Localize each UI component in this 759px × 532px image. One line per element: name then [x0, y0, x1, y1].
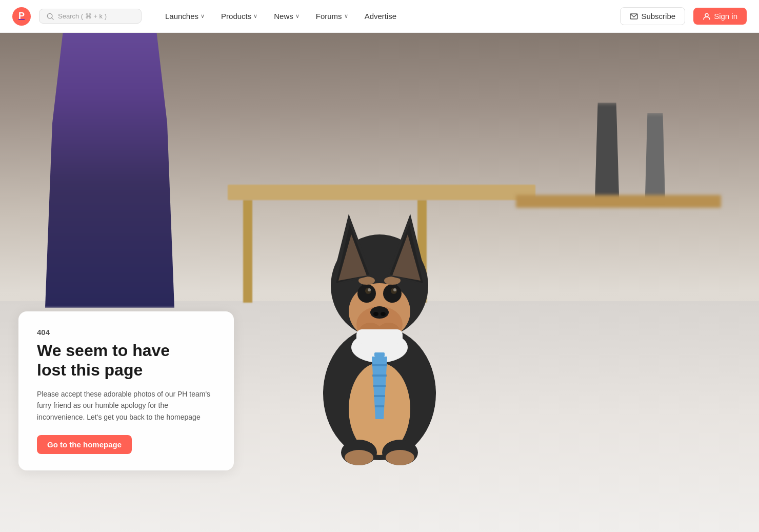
svg-point-20: [381, 312, 386, 316]
search-box[interactable]: Search ( ⌘ + k ): [39, 9, 142, 24]
svg-rect-8: [374, 352, 385, 357]
search-icon: [47, 13, 54, 20]
svg-point-39: [345, 450, 373, 465]
user-icon: [703, 12, 711, 21]
logo: P: [12, 7, 31, 26]
signin-button[interactable]: Sign in: [693, 8, 747, 25]
navbar: P Search ( ⌘ + k ) Launches ∨ Products ∨…: [0, 0, 759, 33]
error-title: We seem to have lost this page: [37, 341, 215, 380]
error-description: Please accept these adorable photos of o…: [37, 388, 215, 423]
search-placeholder: Search ( ⌘ + k ): [58, 12, 107, 20]
nav-item-advertise[interactable]: Advertise: [357, 8, 404, 25]
hero-section: 404 We seem to have lost this page Pleas…: [0, 0, 759, 532]
signin-label: Sign in: [714, 12, 737, 21]
error-code: 404: [37, 328, 215, 337]
table-surface-2: [516, 195, 721, 208]
news-chevron-icon: ∨: [295, 13, 299, 19]
svg-line-1: [52, 17, 54, 19]
svg-point-40: [386, 450, 414, 465]
nav-item-launches[interactable]: Launches ∨: [158, 8, 212, 25]
svg-point-26: [393, 288, 396, 291]
person-left: [38, 0, 182, 308]
launches-chevron-icon: ∨: [201, 13, 205, 19]
nav-item-products[interactable]: Products ∨: [214, 8, 265, 25]
bg-person-1: [592, 103, 623, 205]
nav-links: Launches ∨ Products ∨ News ∨ Forums ∨ Ad…: [158, 8, 404, 25]
dog-container: [282, 122, 477, 481]
nav-item-forums[interactable]: Forums ∨: [309, 8, 355, 25]
envelope-icon: [630, 12, 638, 21]
svg-point-19: [373, 312, 378, 316]
table-leg-1: [243, 200, 252, 303]
go-to-homepage-button[interactable]: Go to the homepage: [37, 435, 132, 454]
products-chevron-icon: ∨: [253, 13, 257, 19]
logo-link[interactable]: P: [12, 7, 31, 26]
error-card: 404 We seem to have lost this page Pleas…: [18, 311, 234, 470]
nav-item-news[interactable]: News ∨: [267, 8, 307, 25]
svg-point-18: [370, 306, 389, 319]
forums-chevron-icon: ∨: [344, 13, 348, 19]
svg-point-3: [705, 13, 708, 16]
dog-illustration: [292, 173, 467, 481]
svg-rect-41: [356, 329, 403, 344]
subscribe-button[interactable]: Subscribe: [620, 7, 685, 25]
svg-point-25: [368, 288, 371, 291]
subscribe-label: Subscribe: [641, 12, 675, 21]
bg-person-2: [642, 113, 668, 205]
